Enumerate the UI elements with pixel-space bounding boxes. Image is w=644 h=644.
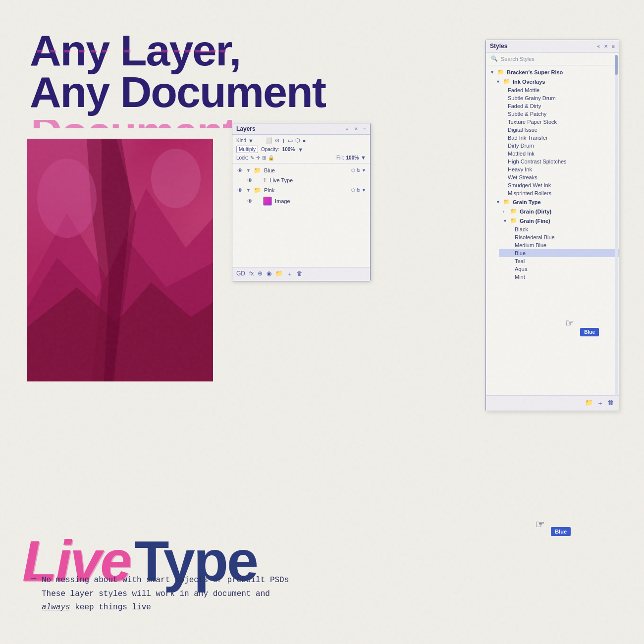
smart-icon[interactable]: ⬡ [295,137,300,144]
layer-row-livetype[interactable]: 👁 T Live Type [232,175,370,185]
fx-bottom-icon[interactable]: fx [249,270,254,278]
style-wet-streaks[interactable]: Wet Streaks [492,173,619,181]
styles-panel: Styles « ✕ ≡ 🔍 Search Styles ▼ 📁 Bracken… [485,40,619,411]
style-dirty-drum[interactable]: Dirty Drum [492,142,619,150]
styles-titlebar: Styles « ✕ ≡ [486,40,619,53]
eye-icon-pink[interactable]: 👁 [236,187,243,193]
style-aqua[interactable]: Aqua [499,265,619,273]
more-icon-pink[interactable]: ▼ [362,188,366,193]
style-black[interactable]: Black [499,225,619,233]
expand-brackens[interactable]: ▼ [490,70,495,75]
style-subtle-patchy[interactable]: Subtle & Patchy [492,110,619,118]
folder-brackens: 📁 [497,69,504,75]
blend-row: Multiply Opacity: 100% ▼ [236,146,366,153]
mask-bottom-icon[interactable]: ⊕ [258,270,263,278]
delete-bottom-icon[interactable]: 🗑 [297,270,303,278]
lock-position-icon[interactable]: ✛ [256,155,260,161]
style-blue[interactable]: Blue [499,249,619,257]
expand-grain-fine[interactable]: ▼ [503,218,508,223]
styles-close-btn[interactable]: ✕ [604,44,608,49]
style-subtle-grainy-drum[interactable]: Subtle Grainy Drum [492,94,619,102]
adjust-bottom-icon[interactable]: ◉ [267,270,271,278]
style-faded-mottle[interactable]: Faded Mottle [492,86,619,94]
grain-dirty-group: › 📁 Grain (Dirty) [492,207,619,216]
fx-label-pink[interactable]: fx [357,188,360,193]
layers-bottom-toolbar: GD fx ⊕ ◉ 📁 ＋ 🗑 [232,267,370,281]
tree-subgroup-grain: ▼ 📁 Grain Type › 📁 Grain (Dirty) ▼ [486,197,619,281]
styles-add-icon[interactable]: ＋ [597,399,603,408]
hero-image [27,139,213,381]
adjust-icon[interactable]: ⊘ [275,137,279,144]
more-icon-blue[interactable]: ▼ [362,168,366,173]
expand-blue[interactable]: ▼ [246,168,251,173]
eye-icon-image[interactable]: 👁 [246,198,253,204]
pixel-icon[interactable]: ⬜ [266,137,272,144]
style-teal[interactable]: Teal [499,257,619,265]
style-faded-dirty[interactable]: Faded & Dirty [492,102,619,110]
fill-dropdown[interactable]: ▼ [361,155,366,161]
style-mottled-ink[interactable]: Mottled Ink [492,150,619,158]
expand-grain-dirty[interactable]: › [503,209,508,214]
expand-ink[interactable]: ▼ [496,79,501,84]
fx-label-blue[interactable]: fx [357,168,360,173]
type-icon[interactable]: T [282,138,285,144]
style-mint[interactable]: Mint [499,273,619,281]
style-smudged-wet[interactable]: Smudged Wet Ink [492,181,619,189]
link-icon-pink[interactable]: ⬡ [351,188,355,193]
style-misprinted[interactable]: Misprinted Rollers [492,189,619,197]
layers-close-btn[interactable]: ✕ [354,126,359,131]
grain-type-header[interactable]: ▼ 📁 Grain Type [492,197,619,207]
layer-row-pink[interactable]: 👁 ▼ 📁 Pink ⬡ fx ▼ [232,185,370,195]
eye-icon-blue[interactable]: 👁 [236,167,243,173]
folder-bottom-icon[interactable]: 📁 [275,270,283,278]
layers-panel-controls: « ✕ ≡ [345,126,366,132]
lock-move-icon[interactable]: ✎ [250,155,254,161]
eye-icon-livetype[interactable]: 👁 [246,177,253,183]
layers-menu-icon[interactable]: ≡ [363,126,366,132]
layer-row-blue[interactable]: 👁 ▼ 📁 Blue ⬡ fx ▼ [232,165,370,175]
shape-icon[interactable]: ▭ [288,137,293,144]
style-digital-issue[interactable]: Digital Issue [492,126,619,134]
fill-label: Fill: [336,155,344,161]
expand-pink[interactable]: ▼ [246,188,251,193]
layers-panel: Layers « ✕ ≡ Kind ▼ ⬜ ⊘ T ▭ ⬡ ● Multiply… [232,123,371,281]
lock-row: Lock: ✎ ✛ ⊞ 🔒 Fill: 100% ▼ [236,155,366,161]
expand-grain[interactable]: ▼ [496,200,501,205]
styles-scrollbar-thumb[interactable] [615,55,618,75]
grain-fine-label: Grain (Fine) [520,218,550,224]
opacity-dropdown[interactable]: ▼ [298,147,303,153]
new-bottom-icon[interactable]: ＋ [287,270,293,278]
link-icon-blue[interactable]: ⬡ [351,168,355,173]
layers-collapse-btn[interactable]: « [345,126,350,131]
bottom-line3-suffix: keep things live [70,603,151,612]
lock-all-icon[interactable]: 🔒 [268,155,274,161]
styles-panel-title: Styles [490,43,507,50]
styles-scrollbar[interactable] [615,55,618,396]
grain-dirty-header[interactable]: › 📁 Grain (Dirty) [499,207,619,216]
style-texture-paper[interactable]: Texture Paper Stock [492,118,619,126]
style-medium-blue[interactable]: Medium Blue [499,241,619,249]
link-bottom-icon[interactable]: GD [236,270,245,278]
style-bad-ink-transfer[interactable]: Bad Ink Transfer [492,134,619,142]
svg-rect-8 [27,139,213,381]
style-risofederal-blue[interactable]: Risofederal Blue [499,233,619,241]
search-input[interactable]: Search Styles [501,56,614,62]
tree-group-header-brackens[interactable]: ▼ 📁 Bracken's Super Riso [486,67,619,77]
main-title: Any Layer, Any Document [30,30,325,112]
style-high-contrast[interactable]: High Contrast Splotches [492,158,619,165]
search-icon: 🔍 [491,55,498,62]
ink-overlays-header[interactable]: ▼ 📁 Ink Overlays [492,77,619,86]
styles-search-bar: 🔍 Search Styles [486,53,619,65]
layer-thumbnail-image [263,197,272,206]
styles-delete-icon[interactable]: 🗑 [607,399,614,408]
color-icon[interactable]: ● [303,138,306,144]
style-heavy-ink[interactable]: Heavy Ink [492,165,619,173]
lock-artboard-icon[interactable]: ⊞ [262,155,266,161]
layer-row-image[interactable]: 👁 Image [232,195,370,207]
styles-folder-icon[interactable]: 📁 [585,399,593,408]
blend-mode-dropdown[interactable]: Multiply [236,146,258,153]
styles-collapse-btn[interactable]: « [597,44,600,49]
styles-menu-icon[interactable]: ≡ [612,44,615,49]
kind-dropdown[interactable]: ▼ [248,138,254,144]
grain-fine-header[interactable]: ▼ 📁 Grain (Fine) [499,216,619,225]
